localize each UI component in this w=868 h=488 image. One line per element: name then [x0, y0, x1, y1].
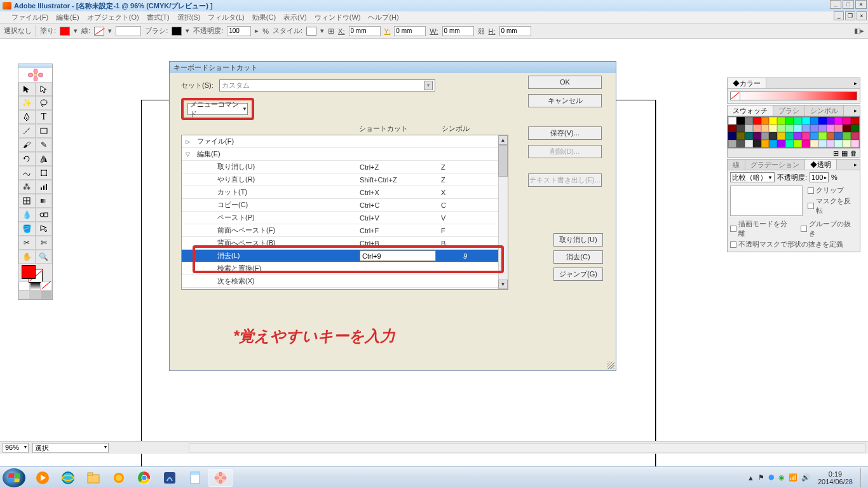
swatch[interactable]: [843, 117, 851, 125]
swatch[interactable]: [802, 132, 810, 140]
gradient-tab[interactable]: グラデーション: [745, 159, 805, 170]
warp-tool-icon[interactable]: [18, 166, 36, 180]
swatch[interactable]: [785, 132, 794, 140]
tool-status-dropdown[interactable]: 選択: [32, 443, 109, 453]
swatch[interactable]: [728, 140, 736, 147]
resize-grip-icon[interactable]: [607, 362, 614, 369]
swatch[interactable]: [761, 140, 770, 147]
swatch[interactable]: [736, 125, 745, 132]
swatch[interactable]: [745, 132, 753, 140]
mdi-close-button[interactable]: ×: [857, 11, 867, 20]
list-row[interactable]: 次を検索(X): [182, 275, 508, 288]
knockout-checkbox[interactable]: [801, 226, 807, 232]
swatch[interactable]: [851, 132, 859, 140]
swatch-options-icon[interactable]: ⊞: [833, 149, 839, 156]
swatch[interactable]: [728, 117, 736, 125]
list-row[interactable]: ▷ファイル(F): [182, 135, 508, 148]
swatch[interactable]: [794, 125, 802, 132]
taskbar-explorer-icon[interactable]: [81, 469, 105, 487]
line-tool-icon[interactable]: [18, 124, 36, 138]
list-row[interactable]: ▽編集(E): [182, 148, 508, 161]
clip-checkbox[interactable]: [808, 187, 814, 194]
swatch[interactable]: [827, 117, 835, 125]
fill-swatch[interactable]: [60, 27, 70, 36]
blend-tool-icon[interactable]: [36, 208, 53, 222]
swatch[interactable]: [851, 117, 859, 125]
tray-network-icon[interactable]: 📶: [789, 473, 797, 482]
swatch[interactable]: [761, 117, 770, 125]
swatch[interactable]: [761, 132, 770, 140]
taskbar-notepad-icon[interactable]: [183, 469, 207, 487]
taskbar-chrome-icon[interactable]: [132, 469, 156, 487]
swatch[interactable]: [785, 140, 794, 147]
panel-menu-icon[interactable]: ◧▸: [854, 27, 864, 35]
color-spectrum[interactable]: [730, 92, 857, 100]
w-input[interactable]: [442, 26, 474, 36]
blend-mode-dropdown[interactable]: 比較（暗）▼: [730, 172, 775, 182]
tray-volume-icon[interactable]: 🔊: [801, 473, 810, 482]
menu-edit[interactable]: 編集(E): [56, 13, 79, 22]
reflect-tool-icon[interactable]: [36, 152, 53, 166]
opacity-mask-checkbox[interactable]: [730, 241, 736, 248]
mesh-tool-icon[interactable]: [18, 194, 36, 208]
scroll-thumb[interactable]: [498, 145, 508, 177]
swatch[interactable]: [843, 140, 851, 147]
swatch[interactable]: [794, 132, 802, 140]
zoom-dropdown[interactable]: 96%: [3, 443, 29, 453]
list-row[interactable]: 背面へペースト(B)Ctrl+BB: [182, 237, 508, 250]
save-button[interactable]: 保存(V)...: [528, 126, 602, 140]
swatch[interactable]: [802, 117, 810, 125]
scissors-tool-icon[interactable]: ✄: [36, 236, 53, 250]
taskbar-illustrator-icon[interactable]: [208, 469, 233, 487]
pencil-tool-icon[interactable]: ✎: [36, 138, 53, 152]
swatch[interactable]: [802, 125, 810, 132]
delete-swatch-icon[interactable]: 🗑: [850, 149, 857, 156]
menu-help[interactable]: ヘルプ(H): [368, 13, 398, 22]
maximize-button[interactable]: □: [843, 0, 854, 9]
swatch[interactable]: [834, 125, 843, 132]
swatch[interactable]: [745, 125, 753, 132]
cancel-button[interactable]: キャンセル: [528, 94, 602, 107]
swatch[interactable]: [802, 140, 810, 147]
screen-mode-full-icon[interactable]: [41, 290, 52, 299]
swatch[interactable]: [834, 117, 843, 125]
new-swatch-icon[interactable]: ▦: [841, 149, 848, 156]
align-icon[interactable]: ⊞: [328, 27, 334, 36]
screen-mode-normal-icon[interactable]: [18, 290, 30, 299]
menu-effect[interactable]: 効果(C): [252, 13, 276, 22]
swatch[interactable]: [745, 117, 753, 125]
mdi-minimize-button[interactable]: _: [834, 11, 844, 20]
direct-selection-tool-icon[interactable]: [36, 82, 53, 96]
taskbar-mediaplayer-icon[interactable]: [31, 469, 55, 487]
taskbar-photoshop-icon[interactable]: [158, 469, 182, 487]
swatch[interactable]: [810, 132, 818, 140]
scroll-up-icon[interactable]: ▲: [498, 135, 508, 145]
ok-button[interactable]: OK: [528, 76, 602, 89]
menu-filter[interactable]: フィルタ(L): [208, 13, 244, 22]
swatch[interactable]: [794, 140, 802, 147]
jump-button[interactable]: ジャンプ(G): [553, 268, 603, 281]
swatch[interactable]: [827, 132, 835, 140]
graph-tool-icon[interactable]: [36, 180, 53, 194]
list-row[interactable]: 前面へペースト(F)Ctrl+FF: [182, 224, 508, 237]
shortcut-list[interactable]: ▲ ▼ ▷ファイル(F)▽編集(E)取り消し(U)Ctrl+ZZやり直し(R)S…: [181, 135, 508, 290]
color-tab[interactable]: ◆カラー: [728, 78, 766, 88]
swatch[interactable]: [769, 132, 777, 140]
list-row[interactable]: カット(T)Ctrl+XX: [182, 186, 508, 199]
swatch-grid[interactable]: [728, 116, 860, 148]
delete-button[interactable]: 削除(D)...: [528, 145, 602, 158]
swatch[interactable]: [753, 125, 761, 132]
gradient-tool-icon[interactable]: [36, 194, 53, 208]
swatch[interactable]: [818, 132, 827, 140]
swatch[interactable]: [785, 117, 794, 125]
undo-button[interactable]: 取り消し(U): [553, 233, 603, 247]
menu-select[interactable]: 選択(S): [177, 13, 201, 22]
swatch[interactable]: [736, 140, 745, 147]
panel-menu-icon[interactable]: ▸: [851, 80, 860, 86]
tray-show-hidden-icon[interactable]: ▲: [747, 474, 754, 482]
h-input[interactable]: [499, 26, 531, 36]
symbols-tab[interactable]: シンボル: [805, 105, 844, 116]
style-swatch[interactable]: [306, 27, 316, 36]
swatch[interactable]: [753, 132, 761, 140]
swatch[interactable]: [834, 140, 843, 147]
